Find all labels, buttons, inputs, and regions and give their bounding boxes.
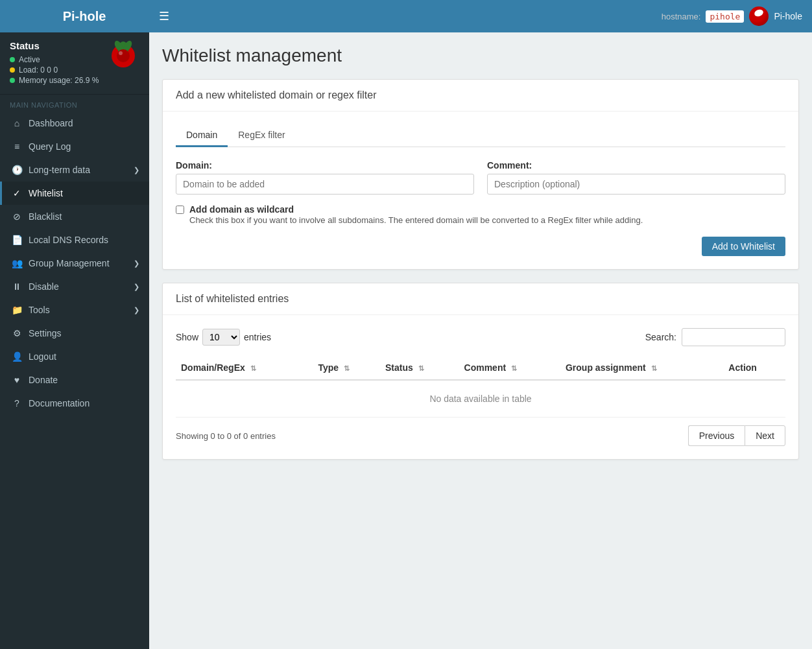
show-select[interactable]: 10 25 50 100 bbox=[202, 329, 240, 346]
sidebar-item-label: Logout bbox=[29, 351, 56, 362]
next-button[interactable]: Next bbox=[745, 425, 785, 446]
previous-button[interactable]: Previous bbox=[688, 425, 745, 446]
hostname-value: pihole bbox=[706, 10, 744, 23]
sidebar-item-disable[interactable]: ⏸ Disable ❯ bbox=[0, 275, 149, 298]
wildcard-checkbox[interactable] bbox=[176, 206, 184, 214]
tab-domain[interactable]: Domain bbox=[176, 124, 228, 147]
col-type[interactable]: Type ⇅ bbox=[313, 356, 380, 380]
gear-icon: ⚙ bbox=[12, 328, 22, 338]
sidebar-item-blacklist[interactable]: ⊘ Blacklist bbox=[0, 205, 149, 228]
chevron-right-icon: ❯ bbox=[134, 306, 139, 314]
list-icon: ≡ bbox=[12, 141, 22, 152]
sort-icon: ⇅ bbox=[250, 364, 256, 372]
col-comment[interactable]: Comment ⇅ bbox=[459, 356, 560, 380]
sort-icon: ⇅ bbox=[418, 364, 424, 372]
add-button-area: Add to Whitelist bbox=[176, 230, 785, 256]
col-domain-regex[interactable]: Domain/RegEx ⇅ bbox=[176, 356, 313, 380]
add-domain-card-body: Domain RegEx filter Domain: Comment: bbox=[163, 112, 798, 269]
user-icon: 👤 bbox=[12, 351, 22, 362]
hamburger-menu[interactable]: ☰ bbox=[159, 9, 169, 23]
sidebar-item-label: Donate bbox=[29, 375, 58, 385]
sidebar-item-documentation[interactable]: ? Documentation bbox=[0, 392, 149, 415]
nav-section-label: MAIN NAVIGATION bbox=[0, 95, 149, 112]
list-card-header: List of whitelisted entries bbox=[163, 283, 798, 315]
status-load: Load: 0 0 0 bbox=[10, 65, 107, 75]
page-title: Whitelist management bbox=[162, 45, 799, 66]
user-avatar bbox=[749, 6, 769, 26]
add-to-whitelist-button[interactable]: Add to Whitelist bbox=[702, 237, 785, 256]
sidebar-item-label: Dashboard bbox=[29, 118, 73, 128]
sidebar-item-label: Documentation bbox=[29, 398, 90, 408]
sidebar-item-query-log[interactable]: ≡ Query Log bbox=[0, 135, 149, 158]
ban-icon: ⊘ bbox=[12, 211, 22, 222]
domain-label: Domain: bbox=[176, 160, 474, 171]
search-area: Search: bbox=[645, 328, 785, 346]
user-name: Pi-hole bbox=[774, 11, 802, 21]
home-icon: ⌂ bbox=[12, 118, 22, 128]
sidebar-item-local-dns[interactable]: 📄 Local DNS Records bbox=[0, 228, 149, 252]
showing-text: Showing 0 to 0 of 0 entries bbox=[176, 431, 276, 441]
chevron-right-icon: ❯ bbox=[134, 283, 139, 291]
brand-logo[interactable]: Pi-hole bbox=[10, 9, 159, 24]
list-card-body: Show 10 25 50 100 entries Search: bbox=[163, 315, 798, 459]
domain-input[interactable] bbox=[176, 174, 474, 195]
hostname-area: hostname: pihole Pi-hole bbox=[662, 6, 802, 26]
add-domain-card: Add a new whitelisted domain or regex fi… bbox=[162, 79, 799, 270]
show-label: Show bbox=[176, 332, 198, 342]
table-controls: Show 10 25 50 100 entries Search: bbox=[176, 328, 785, 346]
col-action: Action bbox=[723, 356, 785, 380]
sidebar-item-label: Group Management bbox=[29, 258, 110, 268]
sidebar-item-label: Blacklist bbox=[29, 211, 62, 222]
svg-point-4 bbox=[117, 49, 130, 62]
sort-icon: ⇅ bbox=[511, 364, 517, 372]
search-label: Search: bbox=[645, 332, 676, 342]
sidebar-item-label: Disable bbox=[29, 281, 59, 292]
table-footer: Showing 0 to 0 of 0 entries Previous Nex… bbox=[176, 418, 785, 446]
chevron-right-icon: ❯ bbox=[134, 259, 139, 268]
top-navbar: Pi-hole ☰ hostname: pihole Pi-hole bbox=[0, 0, 812, 32]
whitelist-table-card: List of whitelisted entries Show 10 25 5… bbox=[162, 283, 799, 460]
sidebar-item-label: Local DNS Records bbox=[29, 235, 108, 245]
sort-icon: ⇅ bbox=[651, 364, 657, 372]
folder-icon: 📁 bbox=[12, 305, 22, 315]
file-icon: 📄 bbox=[12, 235, 22, 245]
sort-icon: ⇅ bbox=[344, 364, 350, 372]
sidebar-item-label: Long-term data bbox=[29, 165, 90, 175]
svg-point-5 bbox=[119, 51, 123, 55]
sidebar-item-settings[interactable]: ⚙ Settings bbox=[0, 322, 149, 345]
search-input[interactable] bbox=[682, 328, 785, 346]
status-active: Active bbox=[10, 55, 107, 64]
sidebar-status: Status Active Load: 0 0 0 Memory usage: … bbox=[0, 32, 149, 95]
entries-label: entries bbox=[244, 332, 271, 342]
sidebar-item-donate[interactable]: ♥ Donate bbox=[0, 368, 149, 392]
sidebar-item-group-management[interactable]: 👥 Group Management ❯ bbox=[0, 252, 149, 275]
sidebar-item-tools[interactable]: 📁 Tools ❯ bbox=[0, 298, 149, 322]
col-status[interactable]: Status ⇅ bbox=[380, 356, 459, 380]
sidebar-item-label: Whitelist bbox=[29, 188, 63, 198]
sidebar-item-logout[interactable]: 👤 Logout bbox=[0, 345, 149, 368]
add-domain-card-header: Add a new whitelisted domain or regex fi… bbox=[163, 80, 798, 112]
domain-group: Domain: bbox=[176, 160, 474, 195]
no-data-row: No data available in table bbox=[176, 380, 785, 418]
sidebar-item-whitelist[interactable]: ✓ Whitelist bbox=[0, 182, 149, 205]
pihole-raspberry-icon bbox=[107, 38, 139, 70]
check-icon: ✓ bbox=[12, 188, 22, 198]
comment-input[interactable] bbox=[487, 174, 785, 195]
wildcard-label: Add domain as wildcard bbox=[189, 204, 294, 215]
pause-icon: ⏸ bbox=[12, 281, 22, 292]
status-memory: Memory usage: 26.9 % bbox=[10, 76, 139, 85]
sidebar: Status Active Load: 0 0 0 Memory usage: … bbox=[0, 32, 149, 649]
sidebar-item-label: Tools bbox=[29, 305, 50, 315]
sidebar-item-label: Settings bbox=[29, 328, 62, 338]
pagination: Previous Next bbox=[688, 425, 785, 446]
sidebar-item-long-term-data[interactable]: 🕐 Long-term data ❯ bbox=[0, 158, 149, 182]
comment-group: Comment: bbox=[487, 160, 785, 195]
chevron-right-icon: ❯ bbox=[134, 166, 139, 174]
wildcard-row: Add domain as wildcard Check this box if… bbox=[176, 204, 785, 225]
tab-regex-filter[interactable]: RegEx filter bbox=[228, 124, 295, 147]
col-group-assignment[interactable]: Group assignment ⇅ bbox=[560, 356, 723, 380]
sidebar-item-dashboard[interactable]: ⌂ Dashboard bbox=[0, 112, 149, 135]
load-dot bbox=[10, 67, 15, 73]
main-content: Whitelist management Add a new whitelist… bbox=[149, 32, 812, 649]
comment-label: Comment: bbox=[487, 160, 785, 171]
